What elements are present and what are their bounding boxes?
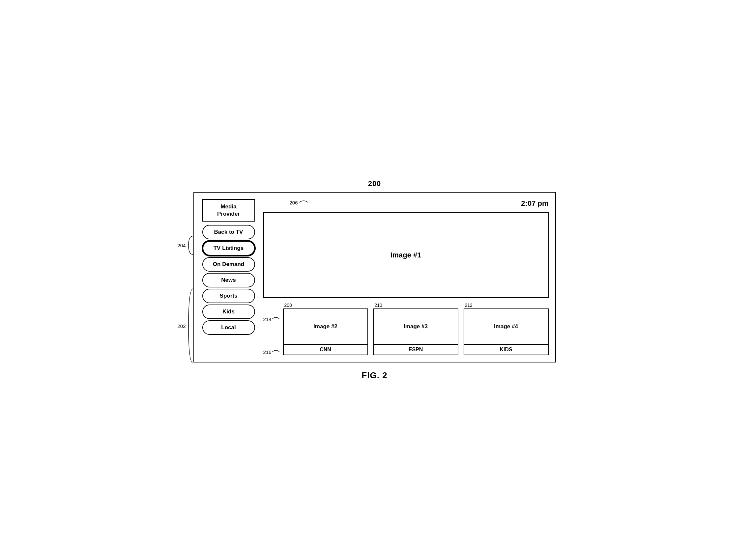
channel-label-2: ESPN	[409, 347, 423, 353]
thumbnail-image-label-2: Image #3	[404, 323, 428, 330]
nav-btn-news[interactable]: News	[202, 273, 255, 287]
main-image-box: Image #1	[263, 212, 549, 298]
channel-label-3: KIDS	[499, 347, 512, 353]
ref-216-container: 216	[263, 349, 280, 355]
ref-216-curve-icon	[272, 349, 280, 355]
ref-204-container: 204	[178, 236, 194, 255]
thumbnail-channel-3: KIDS	[464, 345, 549, 355]
ref-214-container: 214	[263, 316, 280, 322]
ref-204-brace-icon	[187, 236, 194, 255]
page-wrapper: 200 204 202	[193, 179, 556, 381]
thumbnail-group-1: 208 Image #2 CNN	[283, 303, 368, 355]
nav-btn-tv-listings[interactable]: TV Listings	[202, 241, 255, 256]
thumbnail-image-2: Image #3	[373, 309, 458, 345]
channel-label-1: CNN	[320, 347, 331, 353]
content-area: 206 2:07 pm Image #1 214	[263, 199, 549, 355]
thumbnail-image-label-1: Image #2	[313, 323, 338, 330]
thumbnail-image-label-3: Image #4	[494, 323, 518, 330]
ref-204-label: 204	[178, 243, 186, 248]
thumbnail-group-2: 210 Image #3 ESPN	[373, 303, 458, 355]
nav-btn-local[interactable]: Local	[202, 320, 255, 335]
thumbnails-row: 214 216 208	[263, 303, 549, 355]
thumbnail-channel-2: ESPN	[373, 345, 458, 355]
frame-inner: 204 202 MediaProvider	[201, 199, 549, 355]
ref-206-container: 206	[290, 199, 309, 206]
top-row: 206 2:07 pm	[263, 199, 549, 208]
nav-buttons-container: Back to TVTV ListingsOn DemandNewsSports…	[202, 225, 255, 336]
ref-206-curve-icon	[299, 199, 309, 206]
thumbnail-image-1: Image #2	[283, 309, 368, 345]
time-display: 2:07 pm	[521, 199, 548, 208]
ref-208-label: 208	[283, 303, 368, 308]
ref-202-label: 202	[178, 323, 186, 329]
outer-frame: 204 202 MediaProvider	[193, 192, 556, 362]
media-provider-label: MediaProvider	[217, 203, 240, 217]
nav-btn-back-to-tv[interactable]: Back to TV	[202, 225, 255, 239]
diagram-reference-top: 200	[368, 179, 381, 188]
main-image-label: Image #1	[390, 251, 421, 260]
ref-210-label: 210	[373, 303, 458, 308]
thumbnail-channel-1: CNN	[283, 345, 368, 355]
thumbnail-group-3: 212 Image #4 KIDS	[464, 303, 549, 355]
ref-212-label: 212	[464, 303, 549, 308]
ref-202-brace-icon	[187, 288, 194, 364]
media-provider-box: MediaProvider	[202, 199, 255, 222]
thumbnail-image-3: Image #4	[464, 309, 549, 345]
ref-214-curve-icon	[272, 316, 280, 322]
ref-214-label: 214	[263, 316, 272, 322]
ref-202-container: 202	[178, 288, 194, 364]
ref-216-label: 216	[263, 349, 272, 355]
ref-206-label: 206	[290, 200, 298, 205]
sidebar: 204 202 MediaProvider	[201, 199, 257, 355]
nav-btn-sports[interactable]: Sports	[202, 289, 255, 303]
nav-btn-kids[interactable]: Kids	[202, 305, 255, 319]
nav-btn-on-demand[interactable]: On Demand	[202, 257, 255, 272]
diagram-caption: FIG. 2	[362, 371, 387, 381]
